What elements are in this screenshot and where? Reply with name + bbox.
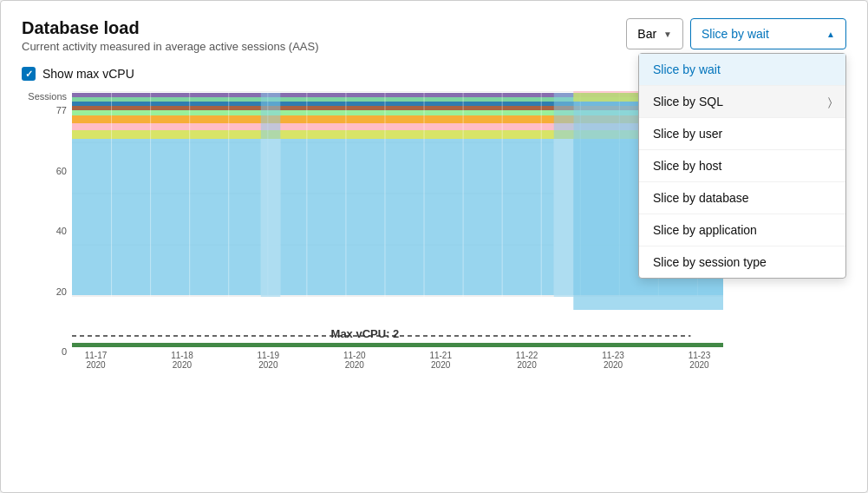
x-axis: 11-172020 11-182020 11-192020 11-202020 … xyxy=(72,347,723,370)
slice-dropdown: Slice by wait Slice by SQL 〉 Slice by us… xyxy=(638,53,846,279)
dropdown-item-slice-sql[interactable]: Slice by SQL 〉 xyxy=(639,86,845,118)
dropdown-item-slice-user[interactable]: Slice by user xyxy=(639,118,845,150)
x-tick-2: 11-182020 xyxy=(158,351,206,370)
dropdown-item-slice-database[interactable]: Slice by database xyxy=(639,182,845,214)
svg-rect-20 xyxy=(306,93,307,347)
show-max-vcpu-label: Show max vCPU xyxy=(42,67,134,81)
page-title: Database load xyxy=(22,18,318,38)
svg-rect-17 xyxy=(189,93,190,347)
show-max-vcpu-checkbox[interactable] xyxy=(22,67,36,81)
y-ticks: 77 60 40 20 0 xyxy=(22,105,67,357)
x-tick-6: 11-222020 xyxy=(503,351,551,370)
x-tick-4: 11-202020 xyxy=(330,351,378,370)
x-tick-1: 11-172020 xyxy=(72,351,120,370)
chart-type-arrow-icon: ▼ xyxy=(663,30,672,39)
svg-rect-22 xyxy=(384,93,385,347)
chart-wrapper: Max vCPU: 2 11-172020 11-182020 11-19202… xyxy=(72,91,723,404)
vcpu-label: Max vCPU: 2 xyxy=(331,327,400,340)
title-area: Database load Current activity measured … xyxy=(22,18,318,53)
x-tick-5: 11-212020 xyxy=(417,351,465,370)
slice-selector[interactable]: Slice by wait ▲ xyxy=(690,18,846,49)
svg-rect-39 xyxy=(72,343,723,347)
y-axis-label: Sessions xyxy=(28,91,67,102)
header: Database load Current activity measured … xyxy=(22,18,846,53)
chart-canvas: Max vCPU: 2 xyxy=(72,91,723,347)
svg-rect-32 xyxy=(261,93,281,297)
svg-rect-25 xyxy=(502,93,503,347)
y-axis: Sessions 77 60 40 20 0 xyxy=(22,91,72,404)
slice-arrow-icon: ▲ xyxy=(826,30,835,39)
svg-rect-24 xyxy=(463,93,464,347)
y-tick-20: 20 xyxy=(56,286,67,297)
controls-area: Bar ▼ Slice by wait ▲ Slice by wait Slic… xyxy=(626,18,846,49)
y-tick-40: 40 xyxy=(56,226,67,236)
svg-rect-16 xyxy=(150,93,151,347)
chart-type-label: Bar xyxy=(637,27,656,41)
svg-rect-18 xyxy=(228,93,229,347)
x-tick-8: 11-232020 xyxy=(675,351,723,370)
svg-rect-26 xyxy=(541,93,542,347)
main-window: Database load Current activity measured … xyxy=(0,0,868,493)
dropdown-item-slice-wait[interactable]: Slice by wait xyxy=(639,54,845,86)
slice-label: Slice by wait xyxy=(702,27,769,41)
svg-rect-15 xyxy=(111,93,112,347)
y-tick-0: 0 xyxy=(62,346,67,357)
svg-rect-23 xyxy=(424,93,425,347)
dropdown-item-slice-session-type[interactable]: Slice by session type xyxy=(639,246,845,278)
svg-rect-34 xyxy=(554,93,574,297)
y-tick-60: 60 xyxy=(56,166,67,176)
y-tick-77: 77 xyxy=(56,105,67,115)
svg-rect-21 xyxy=(345,93,346,347)
chart-svg xyxy=(72,91,723,347)
dropdown-item-slice-application[interactable]: Slice by application xyxy=(639,214,845,246)
x-tick-7: 11-232020 xyxy=(590,351,637,370)
chart-type-selector[interactable]: Bar ▼ xyxy=(626,18,683,49)
x-tick-3: 11-192020 xyxy=(245,351,292,370)
page-subtitle: Current activity measured in average act… xyxy=(22,40,318,53)
dropdown-item-slice-host[interactable]: Slice by host xyxy=(639,150,845,182)
